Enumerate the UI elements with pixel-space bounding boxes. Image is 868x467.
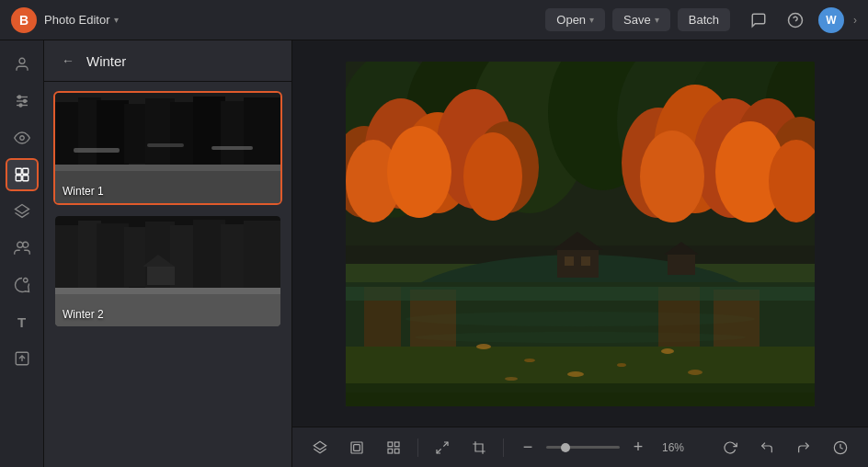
sidebar-item-export[interactable] (6, 342, 39, 375)
app-name-label: Photo Editor (44, 13, 110, 27)
svg-point-7 (23, 100, 26, 103)
redo-icon[interactable] (791, 435, 817, 461)
svg-rect-11 (22, 168, 28, 174)
canvas-image (346, 62, 815, 406)
svg-point-2 (19, 58, 25, 63)
sidebar-item-person[interactable] (6, 48, 39, 81)
layers-bottom-icon[interactable] (307, 435, 333, 461)
svg-point-87 (476, 344, 491, 349)
svg-point-8 (19, 104, 22, 107)
app-logo[interactable]: B (11, 7, 37, 33)
sidebar-item-eye[interactable] (6, 121, 39, 154)
filter-item-winter2[interactable]: Winter 2 (53, 214, 282, 328)
separator-1 (417, 439, 418, 457)
svg-rect-104 (354, 444, 360, 450)
filter-label-winter2: Winter 2 (63, 308, 104, 321)
svg-point-70 (463, 132, 522, 221)
nav-chevron: › (853, 14, 857, 27)
svg-rect-108 (394, 449, 399, 453)
svg-point-93 (688, 370, 702, 375)
grid-icon[interactable] (381, 435, 406, 461)
svg-point-17 (23, 279, 28, 283)
header: B Photo Editor ▾ Open ▾ Save ▾ Batch W (0, 0, 868, 40)
svg-rect-47 (147, 267, 175, 285)
svg-point-91 (567, 371, 584, 377)
svg-rect-98 (668, 255, 695, 275)
app-name-chevron: ▾ (114, 15, 119, 25)
svg-point-78 (405, 312, 755, 326)
svg-point-88 (524, 359, 535, 362)
user-avatar[interactable]: W (818, 7, 844, 33)
zoom-thumb (561, 443, 570, 452)
header-right: W › (745, 6, 857, 34)
zoom-slider[interactable] (546, 446, 620, 449)
expand-icon[interactable] (429, 435, 455, 461)
svg-marker-102 (314, 441, 326, 450)
panel-content: Winter 1 (44, 82, 291, 467)
zoom-controls: − + (515, 435, 651, 461)
svg-rect-13 (22, 176, 28, 181)
svg-rect-27 (193, 97, 225, 166)
sidebar-item-layers[interactable] (6, 195, 39, 228)
svg-point-71 (640, 131, 704, 222)
sidebar-item-adjustments[interactable] (6, 85, 39, 118)
svg-rect-97 (581, 256, 590, 266)
panel-header: ← Winter (44, 40, 291, 82)
batch-button[interactable]: Batch (678, 8, 730, 31)
undo-icon[interactable] (754, 435, 780, 461)
svg-rect-105 (388, 442, 393, 447)
filter-panel: ← Winter (44, 40, 292, 467)
svg-rect-10 (16, 168, 21, 174)
save-button[interactable]: Save ▾ (612, 8, 670, 31)
help-button[interactable] (782, 6, 809, 34)
svg-line-110 (437, 449, 441, 453)
filter-label-winter1: Winter 1 (63, 185, 104, 198)
svg-point-90 (617, 363, 626, 367)
svg-rect-43 (221, 224, 246, 289)
history-icon[interactable] (828, 435, 853, 461)
panel-title: Winter (86, 53, 126, 69)
filter-item-winter1[interactable]: Winter 1 (53, 91, 282, 205)
svg-point-69 (387, 126, 451, 218)
comment-button[interactable] (745, 6, 772, 34)
svg-point-92 (505, 377, 518, 381)
svg-point-16 (22, 242, 28, 247)
svg-rect-28 (221, 101, 246, 165)
svg-rect-32 (74, 148, 120, 153)
svg-point-15 (17, 242, 22, 247)
canvas-main[interactable] (292, 40, 868, 427)
svg-rect-42 (193, 220, 225, 290)
svg-rect-103 (351, 442, 362, 453)
frame-icon[interactable] (344, 435, 370, 461)
canvas-area: − + 16% (292, 40, 868, 467)
svg-marker-14 (15, 205, 29, 214)
svg-rect-107 (388, 449, 393, 453)
svg-rect-106 (394, 442, 399, 447)
crop-icon[interactable] (466, 435, 492, 461)
svg-rect-38 (97, 223, 129, 288)
refresh-icon[interactable] (717, 435, 743, 461)
app-name-dropdown[interactable]: Photo Editor ▾ (44, 13, 119, 27)
svg-rect-23 (97, 100, 129, 165)
svg-rect-101 (346, 393, 815, 406)
sidebar-item-text[interactable]: T (6, 305, 39, 338)
svg-rect-33 (147, 143, 184, 147)
panel-back-button[interactable]: ← (57, 50, 79, 72)
sidebar-item-group[interactable] (6, 232, 39, 265)
svg-point-89 (661, 348, 674, 354)
sidebar-item-effects[interactable] (6, 158, 39, 191)
svg-rect-94 (557, 250, 599, 278)
svg-rect-29 (244, 97, 280, 165)
svg-point-6 (17, 96, 20, 98)
svg-rect-34 (211, 146, 253, 150)
sidebar-item-sticker[interactable] (6, 268, 39, 302)
svg-line-109 (443, 442, 448, 447)
zoom-out-icon[interactable]: − (515, 435, 541, 461)
main-content: T ← Winter (0, 40, 868, 467)
open-button[interactable]: Open ▾ (545, 8, 605, 31)
svg-point-9 (19, 136, 24, 141)
svg-rect-96 (565, 256, 574, 266)
zoom-in-icon[interactable]: + (625, 435, 651, 461)
svg-rect-12 (16, 176, 21, 181)
svg-rect-44 (244, 221, 280, 288)
